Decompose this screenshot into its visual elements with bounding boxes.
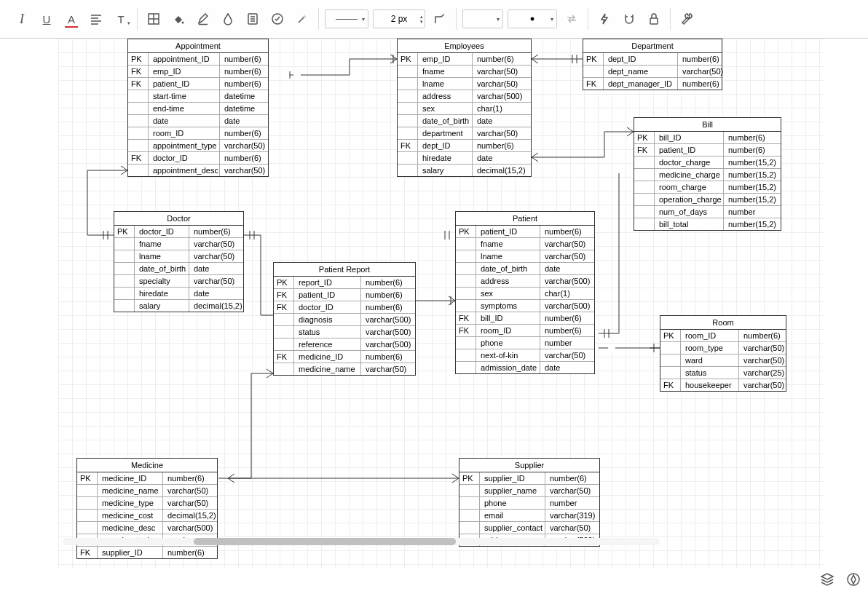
flip-arrow-icon[interactable]	[561, 9, 582, 29]
entity-row[interactable]: FKroom_IDnumber(6)	[456, 324, 594, 336]
entity-row[interactable]: addressvarchar(500)	[456, 274, 594, 287]
pencil-icon[interactable]	[193, 9, 213, 29]
entity-row[interactable]: start-timedatetime	[128, 90, 268, 102]
entity-row[interactable]: PKmedicine_IDnumber(6)	[77, 472, 217, 484]
entity-row[interactable]: medicine_chargenumber(15,2)	[634, 168, 781, 181]
line-style-dropdown[interactable]: ▾	[325, 9, 368, 28]
align-button[interactable]	[86, 9, 106, 29]
entity-row[interactable]: date_of_birthdate	[456, 262, 594, 274]
entity-row[interactable]: referencevarchar(500)	[274, 338, 415, 350]
text-dropdown-button[interactable]: T▾	[111, 9, 131, 29]
entity-row[interactable]: PKpatient_IDnumber(6)	[456, 226, 594, 237]
entity-patient[interactable]: PatientPKpatient_IDnumber(6)fnamevarchar…	[455, 211, 595, 374]
table-icon[interactable]	[143, 9, 164, 29]
entity-row[interactable]: FKdept_IDnumber(6)	[398, 139, 531, 151]
entity-row[interactable]: statusvarchar(500)	[274, 325, 415, 338]
entity-row[interactable]: FKpatient_IDnumber(6)	[274, 288, 415, 301]
entity-row[interactable]: PKdoctor_IDnumber(6)	[114, 226, 243, 237]
font-color-button[interactable]: A	[61, 9, 82, 29]
entity-row[interactable]: wardvarchar(50)	[660, 354, 786, 366]
entity-employees[interactable]: EmployeesPKemp_IDnumber(6)fnamevarchar(5…	[397, 39, 532, 177]
entity-row[interactable]: operation_chargenumber(15,2)	[634, 193, 781, 205]
entity-bill[interactable]: BillPKbill_IDnumber(6)FKpatient_IDnumber…	[634, 117, 781, 231]
entity-row[interactable]: addressvarchar(500)	[398, 90, 531, 102]
entity-row[interactable]: FKemp_IDnumber(6)	[128, 65, 268, 77]
entity-row[interactable]: next-of-kinvarchar(50)	[456, 349, 594, 361]
entity-row[interactable]: FKsupplier_IDnumber(6)	[77, 546, 217, 558]
entity-row[interactable]: PKsupplier_IDnumber(6)	[459, 472, 599, 484]
entity-row[interactable]: hiredatedate	[398, 151, 531, 164]
entity-row[interactable]: FKmedicine_IDnumber(6)	[274, 350, 415, 363]
entity-row[interactable]: statusvarchar(25)	[660, 366, 786, 379]
lock-icon[interactable]	[644, 9, 664, 29]
entity-row[interactable]: medicine_costdecimal(15,2)	[77, 509, 217, 521]
entity-row[interactable]: date_of_birthdate	[114, 262, 243, 274]
italic-button[interactable]: I	[12, 9, 32, 29]
entity-row[interactable]: supplier_namevarchar(50)	[459, 484, 599, 496]
entity-row[interactable]: symptomsvarchar(500)	[456, 299, 594, 312]
line-end-dropdown[interactable]: ▾	[508, 9, 557, 28]
entity-row[interactable]: room_chargenumber(15,2)	[634, 181, 781, 193]
magnet-icon[interactable]	[619, 9, 639, 29]
line-width-input[interactable]: 2 px ▴▾	[373, 9, 425, 28]
entity-row[interactable]: salarydecimal(15,2)	[398, 164, 531, 176]
entity-row[interactable]: specialtyvarchar(50)	[114, 274, 243, 287]
entity-row[interactable]: phonenumber	[459, 496, 599, 509]
entity-row[interactable]: PKdept_IDnumber(6)	[583, 53, 722, 65]
entity-row[interactable]: fnamevarchar(50)	[114, 237, 243, 250]
entity-row[interactable]: PKappointment_IDnumber(6)	[128, 53, 268, 65]
entity-row[interactable]: lnamevarchar(50)	[456, 250, 594, 262]
entity-row[interactable]: FKdoctor_IDnumber(6)	[128, 151, 268, 164]
wrench-icon[interactable]	[676, 9, 697, 29]
entity-room[interactable]: RoomPKroom_IDnumber(6)room_typevarchar(5…	[660, 315, 786, 392]
lightning-icon[interactable]	[594, 9, 615, 29]
entity-patient_report[interactable]: Patient ReportPKreport_IDnumber(6)FKpati…	[273, 262, 416, 376]
entity-supplier[interactable]: SupplierPKsupplier_IDnumber(6)supplier_n…	[459, 458, 600, 547]
entity-row[interactable]: FKpatient_IDnumber(6)	[634, 143, 781, 156]
entity-row[interactable]: PKroom_IDnumber(6)	[660, 330, 786, 341]
entity-row[interactable]: hiredatedate	[114, 287, 243, 299]
waypoint-style-button[interactable]	[430, 9, 450, 29]
entity-row[interactable]: appointment_descvarchar(50)	[128, 164, 268, 176]
horizontal-scrollbar[interactable]	[63, 538, 660, 545]
entity-row[interactable]: medicine_namevarchar(50)	[77, 484, 217, 496]
diagram-canvas[interactable]: AppointmentPKappointment_IDnumber(6)FKem…	[0, 39, 868, 569]
underline-button[interactable]: U	[36, 9, 57, 29]
entity-row[interactable]: sexchar(1)	[456, 287, 594, 299]
entity-row[interactable]: bill_totalnumber(15,2)	[634, 218, 781, 230]
entity-row[interactable]: fnamevarchar(50)	[398, 65, 531, 77]
layers-icon[interactable]	[820, 572, 835, 590]
entity-row[interactable]: FKdoctor_IDnumber(6)	[274, 301, 415, 313]
entity-row[interactable]: doctor_chargenumber(15,2)	[634, 156, 781, 168]
fill-bucket-icon[interactable]	[168, 9, 189, 29]
entity-row[interactable]: PKbill_IDnumber(6)	[634, 132, 781, 143]
entity-row[interactable]: room_typevarchar(50)	[660, 341, 786, 354]
entity-row[interactable]: supplier_contactvarchar(50)	[459, 521, 599, 534]
entity-row[interactable]: date_of_birthdate	[398, 114, 531, 127]
entity-row[interactable]: dept_namevarchar(50)	[583, 65, 722, 77]
entity-row[interactable]: lnamevarchar(50)	[398, 77, 531, 90]
entity-row[interactable]: end-timedatetime	[128, 102, 268, 114]
entity-row[interactable]: datedate	[128, 114, 268, 127]
entity-row[interactable]: appointment_typevarchar(50)	[128, 139, 268, 151]
entity-row[interactable]: fnamevarchar(50)	[456, 237, 594, 250]
entity-row[interactable]: PKreport_IDnumber(6)	[274, 277, 415, 288]
entity-row[interactable]: FKdept_manager_IDnumber(6)	[583, 77, 722, 90]
entity-row[interactable]: FKhousekeepervarchar(50)	[660, 379, 786, 391]
entity-row[interactable]: room_IDnumber(6)	[128, 127, 268, 139]
document-icon[interactable]	[242, 9, 263, 29]
scrollbar-thumb[interactable]	[194, 538, 456, 545]
entity-row[interactable]: salarydecimal(15,2)	[114, 299, 243, 312]
entity-row[interactable]: emailvarchar(319)	[459, 509, 599, 521]
entity-row[interactable]: medicine_namevarchar(50)	[274, 363, 415, 375]
entity-row[interactable]: phonenumber	[456, 336, 594, 349]
checklist-icon[interactable]	[267, 9, 288, 29]
magic-wand-icon[interactable]	[292, 9, 312, 29]
entity-row[interactable]: num_of_daysnumber	[634, 205, 781, 218]
entity-row[interactable]: departmentvarchar(50)	[398, 127, 531, 139]
entity-row[interactable]: medicine_descvarchar(500)	[77, 521, 217, 534]
entity-row[interactable]: sexchar(1)	[398, 102, 531, 114]
entity-doctor[interactable]: DoctorPKdoctor_IDnumber(6)fnamevarchar(5…	[114, 211, 244, 312]
entity-appointment[interactable]: AppointmentPKappointment_IDnumber(6)FKem…	[127, 39, 269, 177]
outline-icon[interactable]	[846, 572, 861, 590]
